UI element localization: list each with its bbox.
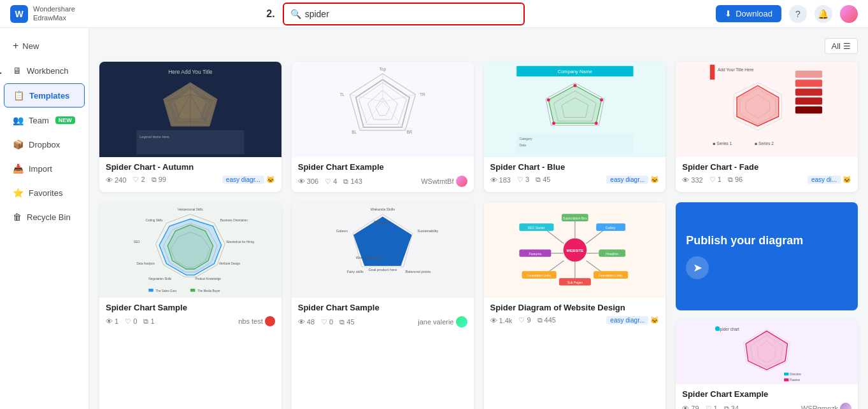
sidebar-item-dropbox[interactable]: 📦 Dropbox [4,133,85,156]
svg-text:Category: Category [519,137,532,141]
new-button[interactable]: + New [4,34,85,58]
filter-icon: ☰ [843,41,851,51]
card-title: Spider Chart Sample [298,303,467,312]
svg-text:Product Knowledge: Product Knowledge [195,277,221,281]
card-info: Spider Chart Sample 👁 1 ♡ 0 ⧉ 1 nbs test [99,298,281,331]
new-label: New [22,41,39,51]
svg-text:Directive: Directive [790,373,801,376]
card-meta: 👁 306 ♡ 4 ⧉ 143 WSwtmtBf [298,176,467,187]
svg-text:WEBSITE: WEBSITE [566,249,583,253]
like-count: ♡ 0 [321,318,333,326]
card-info: Spider Chart - Autumn 👁 240 ♡ 2 ⧉ 99 eas… [99,157,281,189]
card-info: Spider Chart Example 👁 306 ♡ 4 ⧉ 143 WSw… [292,157,474,192]
favorites-icon: ⭐ [13,188,24,198]
card-meta: 👁 240 ♡ 2 ⧉ 99 easy diagr... 🐱 [106,176,275,184]
card-title: Spider Chart - Autumn [106,162,275,172]
svg-rect-48 [795,71,822,78]
svg-text:Goal product here: Goal product here [368,268,397,272]
card-info: Spider Chart Sample 👁 48 ♡ 0 ⧉ 45 jane v… [292,298,474,333]
new-badge: NEW [55,116,75,124]
recycle-icon: 🗑 [13,212,22,222]
filter-button[interactable]: All ☰ [825,38,858,54]
svg-point-38 [600,99,603,102]
card-title: Spider Chart Sample [106,303,275,312]
sidebar-item-favorites[interactable]: ⭐ Favorites [4,181,85,204]
card-thumbnail: Spider chart Directive [676,321,858,384]
sidebar-item-workbench[interactable]: 1. 🖥 Workbench [4,59,85,82]
card-blue[interactable]: Company Name [484,62,666,192]
svg-text:The Sales Guru: The Sales Guru [156,289,177,293]
download-label: Download [736,9,772,18]
card-meta: 👁 79 ♡ 1 ⧉ 34 WSRgmnzk [682,403,851,409]
step1-label: 1. [0,66,2,76]
publish-overlay[interactable]: Publish your diagram ➤ [676,202,858,310]
favorites-label: Favorites [29,188,62,198]
svg-text:Foundation Links: Foundation Links [598,274,623,277]
download-icon: ⬇ [725,9,732,18]
card-title: Spider Chart Example [298,162,467,172]
card-title: Spider Chart - Blue [490,162,660,172]
copy-count: ⧉ 96 [728,176,743,184]
search-wrapper: 🔍 [283,3,525,25]
publish-send-button[interactable]: ➤ [686,256,709,279]
svg-text:Subscription Box: Subscription Box [563,216,587,220]
card-sample-bottom[interactable]: Interpersonal Skills Business Orientatio… [99,202,281,409]
svg-text:Company Name: Company Name [557,69,592,74]
sidebar-item-templates[interactable]: 📋 Templates [4,83,85,107]
card-fade[interactable]: Add Your Title Here [676,62,858,192]
svg-text:Features: Features [529,252,541,256]
sidebar-item-team[interactable]: 👥 Team NEW [4,109,85,132]
avatar[interactable] [840,5,858,23]
filter-bar: All ☰ [99,38,858,54]
svg-text:Work exploration: Work exploration [355,256,382,260]
card-example-bottom[interactable]: Spider chart Directive [676,321,858,409]
search-input[interactable] [305,9,517,19]
svg-text:Business Orientation: Business Orientation [220,219,248,222]
logo-text: Wondershare EdrawMax [33,5,75,22]
svg-point-41 [546,99,550,102]
svg-rect-125 [784,373,788,376]
dropbox-label: Dropbox [29,140,60,149]
sidebar-item-import[interactable]: 📥 Import [4,157,85,180]
help-button[interactable]: ? [789,5,807,23]
card-thumbnail: Top TR BR BL TL [292,62,474,157]
svg-text:Total here: Total here [374,220,390,224]
card-website[interactable]: WEBSITE Subscription Box Gallery Headlin… [484,202,666,409]
svg-rect-42 [516,134,633,155]
card-author: jane valerie [418,316,467,328]
svg-text:■ Series 2: ■ Series 2 [755,141,774,146]
copy-count: ⧉ 143 [343,177,362,186]
author-emoji: 🐱 [266,176,275,184]
like-count: ♡ 9 [518,316,530,324]
copy-count: ⧉ 445 [537,316,556,324]
card-thumbnail: Interpersonal Skills Business Orientatio… [99,202,281,298]
copy-count: ⧉ 1 [143,317,154,326]
view-count: 👁 1 [106,317,118,325]
download-button[interactable]: ⬇ Download [716,5,781,22]
view-count: 👁 183 [490,176,511,184]
like-count: ♡ 2 [132,176,145,184]
svg-text:Sub Pages: Sub Pages [567,281,583,284]
sidebar-item-recycle[interactable]: 🗑 Recycle Bin [4,205,85,228]
workbench-icon: 🖥 [13,66,22,76]
cards-grid: Here Add You Title [99,62,858,409]
view-count: 👁 240 [106,176,126,184]
filter-label: All [832,41,841,51]
team-icon: 👥 [13,115,24,125]
col4-group: Publish your diagram ➤ Spider chart [676,202,858,409]
svg-text:Negotiation Skills: Negotiation Skills [148,277,171,281]
svg-rect-46 [710,65,715,80]
card-author: WSwtmtBf [421,176,467,187]
notification-button[interactable]: 🔔 [815,5,832,23]
card-author: easy diagr... 🐱 [222,176,275,184]
card-thumbnail: WEBSITE Subscription Box Gallery Headlin… [484,202,666,298]
card-sample-blue[interactable]: Wakanda Skills Sustainability Balanced p… [292,202,474,409]
svg-text:TL: TL [339,92,345,97]
card-author: easy di... 🐱 [808,176,851,184]
svg-text:Sustainability: Sustainability [417,229,438,233]
card-autumn[interactable]: Here Add You Title [99,62,281,192]
card-thumbnail: Here Add You Title [99,62,281,157]
card-example-top[interactable]: Top TR BR BL TL Spider Chart Exampl [292,62,474,192]
author-tag: easy diagr... [222,176,264,184]
card-author: nbs test [238,316,275,326]
